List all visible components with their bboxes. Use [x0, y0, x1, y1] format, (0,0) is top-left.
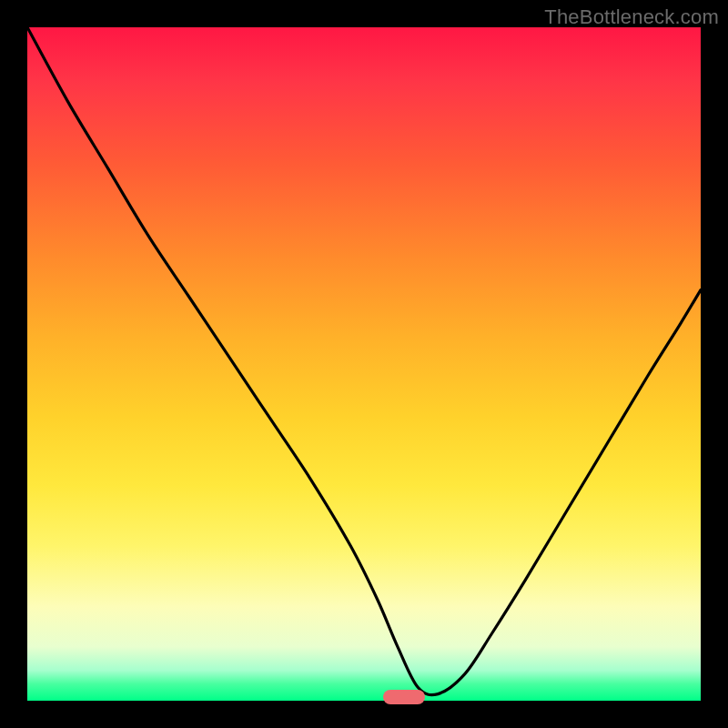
watermark-text: TheBottleneck.com [544, 5, 719, 29]
plot-area [27, 27, 701, 701]
chart-frame: TheBottleneck.com [0, 0, 728, 728]
optimum-marker [383, 690, 425, 704]
curve-path [27, 27, 701, 695]
bottleneck-curve [27, 27, 701, 701]
